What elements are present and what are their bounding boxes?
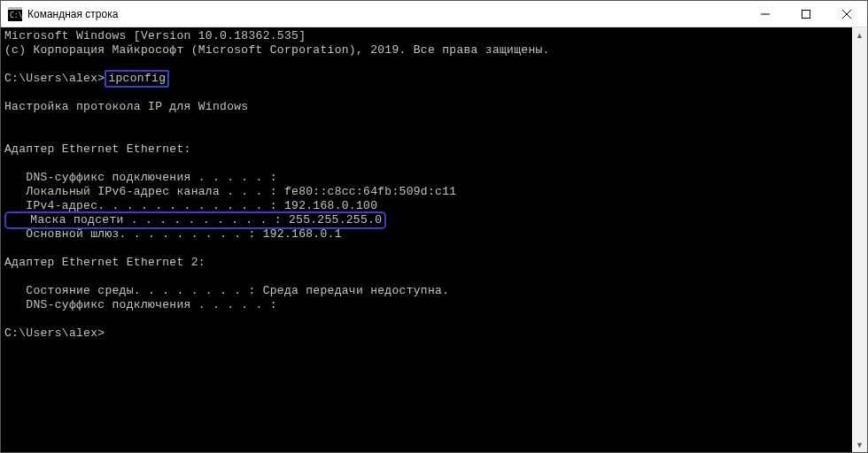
cmd-window: C:\ Командная строка Microsoft Windows […	[0, 0, 868, 453]
window-controls	[745, 1, 867, 27]
terminal-output[interactable]: Microsoft Windows [Version 10.0.18362.53…	[1, 27, 852, 452]
vertical-scrollbar[interactable]: ▲ ▼	[852, 27, 867, 452]
adapter2-dns: DNS-суффикс подключения . . . . . :	[4, 298, 849, 312]
highlight-subnet-mask: Маска подсети . . . . . . . . . . : 255.…	[4, 211, 386, 229]
blank-line	[4, 128, 849, 142]
blank-line	[4, 242, 849, 256]
svg-rect-1	[8, 7, 22, 10]
maximize-button[interactable]	[786, 1, 826, 27]
window-title: Командная строка	[27, 8, 745, 20]
line-version: Microsoft Windows [Version 10.0.18362.53…	[4, 29, 849, 43]
blank-line	[4, 312, 849, 326]
terminal-area: Microsoft Windows [Version 10.0.18362.53…	[1, 27, 867, 452]
minimize-button[interactable]	[745, 1, 786, 27]
adapter1-ipv6: Локальный IPv6-адрес канала . . . : fe80…	[4, 185, 849, 199]
blank-line	[4, 114, 849, 128]
prompt-line-1: C:\Users\alex>ipconfig	[4, 72, 849, 86]
prompt-prefix: C:\Users\alex>	[4, 72, 105, 85]
blank-line	[4, 270, 849, 284]
adapter1-dns: DNS-суффикс подключения . . . . . :	[4, 171, 849, 185]
svg-text:C:\: C:\	[10, 12, 22, 19]
prompt-line-2: C:\Users\alex>	[4, 326, 849, 341]
adapter2-title: Адаптер Ethernet Ethernet 2:	[4, 256, 849, 270]
adapter1-title: Адаптер Ethernet Ethernet:	[4, 142, 849, 157]
scrollbar-track[interactable]	[852, 42, 867, 437]
adapter1-mask-row: Маска подсети . . . . . . . . . . : 255.…	[4, 213, 849, 227]
scroll-up-arrow-icon[interactable]: ▲	[852, 27, 867, 42]
close-button[interactable]	[826, 1, 867, 27]
scroll-down-arrow-icon[interactable]: ▼	[852, 437, 867, 452]
highlight-command: ipconfig	[105, 70, 169, 88]
line-copyright: (c) Корпорация Майкрософт (Microsoft Cor…	[4, 43, 849, 58]
blank-line	[4, 86, 849, 100]
adapter2-state: Состояние среды. . . . . . . . : Среда п…	[4, 284, 849, 298]
titlebar: C:\ Командная строка	[1, 1, 867, 27]
adapter1-gateway: Основной шлюз. . . . . . . . . : 192.168…	[4, 227, 849, 242]
blank-line	[4, 157, 849, 171]
svg-rect-4	[802, 10, 810, 18]
cmd-icon: C:\	[8, 7, 22, 21]
ipconfig-heading: Настройка протокола IP для Windows	[4, 100, 849, 114]
